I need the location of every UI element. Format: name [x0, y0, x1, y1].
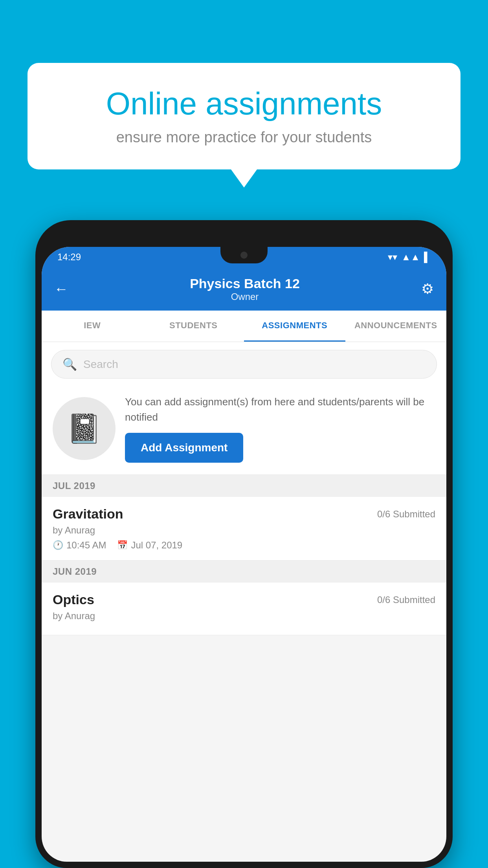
- signal-icon: ▲▲: [401, 252, 420, 263]
- meta-date: 📅 Jul 07, 2019: [117, 540, 182, 551]
- app-bar-title: Physics Batch 12: [190, 276, 300, 291]
- app-bar: ← Physics Batch 12 Owner ⚙: [42, 267, 446, 311]
- app-bar-subtitle: Owner: [190, 291, 300, 302]
- promo-description: You can add assignment(s) from here and …: [125, 394, 435, 425]
- search-bar[interactable]: 🔍 Search: [51, 350, 437, 379]
- status-icons: ▾▾ ▲▲ ▌: [388, 252, 431, 263]
- tab-iew[interactable]: IEW: [42, 311, 143, 342]
- meta-time: 🕐 10:45 AM: [53, 540, 106, 551]
- section-header-jun: JUN 2019: [42, 561, 446, 583]
- calendar-icon: 📅: [117, 540, 128, 550]
- camera: [240, 252, 248, 259]
- assignment-date: Jul 07, 2019: [131, 540, 182, 551]
- app-bar-center: Physics Batch 12 Owner: [190, 276, 300, 302]
- assignment-item-optics[interactable]: Optics 0/6 Submitted by Anurag: [42, 583, 446, 635]
- assignment-row-top: Gravitation 0/6 Submitted: [53, 506, 435, 522]
- notebook-icon: 📓: [66, 412, 102, 445]
- tab-students[interactable]: STUDENTS: [143, 311, 244, 342]
- assignment-submitted-optics: 0/6 Submitted: [377, 594, 435, 605]
- promo-text-section: You can add assignment(s) from here and …: [125, 394, 435, 463]
- tab-assignments[interactable]: ASSIGNMENTS: [244, 311, 345, 342]
- phone-container: 14:29 ▾▾ ▲▲ ▌ ← Physics Batch 12 Owner ⚙: [35, 220, 453, 868]
- assignment-author: by Anurag: [53, 525, 435, 536]
- assignment-row-top-optics: Optics 0/6 Submitted: [53, 592, 435, 607]
- speech-bubble-title: Online assignments: [55, 86, 433, 121]
- tab-announcements[interactable]: ANNOUNCEMENTS: [345, 311, 447, 342]
- back-button[interactable]: ←: [54, 281, 68, 297]
- speech-bubble-container: Online assignments ensure more practice …: [28, 63, 460, 169]
- assignment-submitted: 0/6 Submitted: [377, 509, 435, 520]
- assignment-author-optics: by Anurag: [53, 611, 435, 622]
- promo-section: 📓 You can add assignment(s) from here an…: [42, 386, 446, 475]
- assignment-title: Gravitation: [53, 506, 123, 522]
- tabs-bar: IEW STUDENTS ASSIGNMENTS ANNOUNCEMENTS: [42, 311, 446, 342]
- assignment-title-optics: Optics: [53, 592, 94, 607]
- promo-icon-circle: 📓: [53, 397, 116, 460]
- section-header-jul: JUL 2019: [42, 475, 446, 497]
- add-assignment-button[interactable]: Add Assignment: [125, 433, 243, 463]
- phone-screen: 14:29 ▾▾ ▲▲ ▌ ← Physics Batch 12 Owner ⚙: [42, 247, 446, 862]
- search-icon: 🔍: [62, 357, 77, 371]
- speech-bubble-subtitle: ensure more practice for your students: [55, 129, 433, 146]
- phone-frame: 14:29 ▾▾ ▲▲ ▌ ← Physics Batch 12 Owner ⚙: [35, 220, 453, 868]
- assignment-item-gravitation[interactable]: Gravitation 0/6 Submitted by Anurag 🕐 10…: [42, 497, 446, 561]
- content-area: 🔍 Search 📓 You can add assignment(s) fro…: [42, 342, 446, 635]
- settings-icon[interactable]: ⚙: [421, 281, 434, 297]
- notch: [220, 247, 268, 263]
- battery-icon: ▌: [424, 252, 431, 263]
- search-input-placeholder: Search: [83, 358, 118, 371]
- assignment-time: 10:45 AM: [66, 540, 106, 551]
- assignment-meta: 🕐 10:45 AM 📅 Jul 07, 2019: [53, 540, 435, 551]
- wifi-icon: ▾▾: [388, 252, 397, 263]
- clock-icon: 🕐: [53, 540, 63, 550]
- status-time: 14:29: [57, 252, 81, 263]
- speech-bubble: Online assignments ensure more practice …: [28, 63, 460, 169]
